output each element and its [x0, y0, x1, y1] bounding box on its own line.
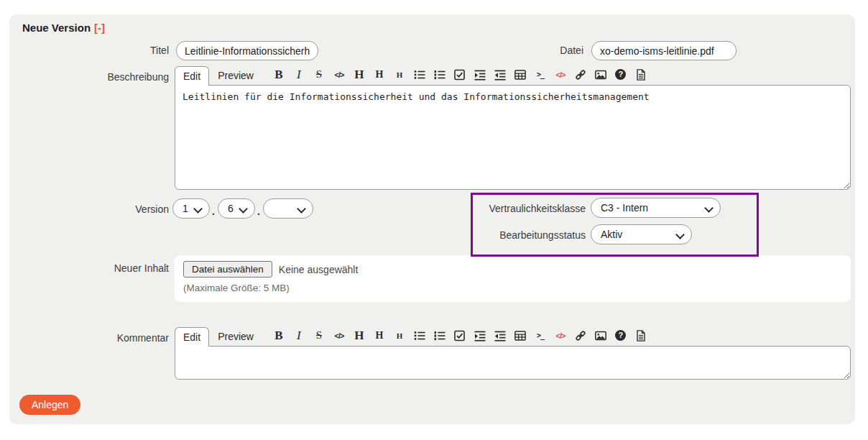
vertraulichkeitsklasse-label: Vertraulichkeitsklasse — [426, 203, 586, 214]
tab-edit[interactable]: Edit — [175, 327, 209, 347]
heading-small-icon[interactable]: H — [393, 329, 406, 342]
heading-small-icon[interactable]: H — [393, 68, 406, 81]
help-icon[interactable]: ? — [614, 68, 627, 81]
titel-input[interactable] — [176, 41, 318, 60]
beschreibung-textarea[interactable]: Leitlinien für die Informationssicherhei… — [175, 85, 851, 190]
strikethrough-icon[interactable]: S — [313, 329, 326, 342]
heading-big-icon[interactable]: H — [353, 68, 366, 81]
version-label: Version — [9, 203, 169, 215]
task-list-icon[interactable] — [453, 329, 466, 342]
code-icon[interactable]: </> — [333, 68, 346, 81]
version-major-select[interactable]: 1 — [172, 198, 210, 219]
version-patch-select[interactable] — [263, 198, 313, 219]
unordered-list-icon[interactable] — [413, 329, 426, 342]
markdown-toolbar: B I S </> H H H >_ </> ? — [272, 326, 647, 347]
chevron-down-icon — [704, 203, 714, 213]
chevron-down-icon — [193, 204, 203, 214]
image-icon[interactable] — [594, 329, 607, 342]
terminal-icon[interactable]: >_ — [534, 68, 547, 81]
code-block-icon[interactable]: </> — [554, 329, 567, 342]
italic-icon[interactable]: I — [292, 329, 305, 342]
titel-label: Titel — [9, 45, 169, 56]
bearbeitungsstatus-select[interactable]: Aktiv — [591, 224, 692, 244]
beschreibung-editor-toolbar: Edit Preview B I S </> H H H >_ </> ? — [175, 66, 647, 86]
table-icon[interactable] — [514, 329, 527, 342]
version-dot: . — [212, 206, 215, 217]
neue-version-panel: Neue Version[-] Titel Datei Beschreibung… — [9, 14, 855, 424]
datei-label: Datei — [424, 45, 583, 56]
tab-preview[interactable]: Preview — [209, 327, 262, 347]
table-icon[interactable] — [514, 68, 527, 81]
tab-preview[interactable]: Preview — [209, 66, 262, 86]
help-icon[interactable]: ? — [614, 329, 627, 342]
kommentar-label: Kommentar — [9, 332, 169, 344]
kommentar-textarea[interactable] — [175, 346, 851, 380]
task-list-icon[interactable] — [453, 68, 466, 81]
panel-title-text: Neue Version — [22, 22, 91, 34]
file-status-text: Keine ausgewählt — [279, 264, 359, 275]
kommentar-editor-toolbar: Edit Preview B I S </> H H H >_ </> ? — [175, 327, 647, 347]
indent-icon[interactable] — [474, 68, 486, 81]
anlegen-button[interactable]: Anlegen — [19, 395, 80, 415]
ordered-list-icon[interactable] — [433, 68, 446, 81]
bold-icon[interactable]: B — [272, 68, 285, 81]
code-icon[interactable]: </> — [333, 329, 346, 342]
heading-medium-icon[interactable]: H — [373, 68, 386, 81]
outdent-icon[interactable] — [494, 329, 507, 342]
outdent-icon[interactable] — [494, 68, 507, 81]
terminal-icon[interactable]: >_ — [534, 329, 547, 342]
bold-icon[interactable]: B — [272, 329, 285, 342]
file-size-hint: (Maximale Größe: 5 MB) — [183, 283, 842, 293]
beschreibung-label: Beschreibung — [9, 71, 169, 83]
document-icon[interactable] — [634, 329, 647, 342]
datei-input[interactable] — [591, 41, 737, 60]
image-icon[interactable] — [594, 68, 607, 81]
collapse-toggle[interactable]: [-] — [94, 22, 105, 34]
strikethrough-icon[interactable]: S — [313, 68, 326, 81]
ordered-list-icon[interactable] — [433, 329, 446, 342]
document-icon[interactable] — [634, 68, 647, 81]
file-upload-card: Datei auswählen Keine ausgewählt (Maxima… — [175, 255, 851, 302]
bearbeitungsstatus-label: Bearbeitungsstatus — [426, 229, 586, 241]
heading-medium-icon[interactable]: H — [373, 329, 386, 342]
version-minor-select[interactable]: 6 — [218, 198, 255, 219]
vertraulichkeitsklasse-select[interactable]: C3 - Intern — [591, 198, 721, 218]
chevron-down-icon — [297, 204, 306, 214]
neuer-inhalt-label: Neuer Inhalt — [9, 262, 169, 274]
code-block-icon[interactable]: </> — [554, 68, 567, 81]
chevron-down-icon — [239, 204, 248, 214]
panel-title: Neue Version[-] — [22, 22, 105, 34]
italic-icon[interactable]: I — [292, 68, 305, 81]
chevron-down-icon — [675, 230, 685, 239]
tab-edit[interactable]: Edit — [175, 66, 209, 86]
unordered-list-icon[interactable] — [413, 68, 426, 81]
markdown-toolbar: B I S </> H H H >_ </> ? — [272, 65, 647, 86]
link-icon[interactable] — [574, 68, 587, 81]
heading-big-icon[interactable]: H — [353, 329, 366, 342]
file-choose-button[interactable]: Datei auswählen — [183, 261, 272, 278]
indent-icon[interactable] — [474, 329, 486, 342]
link-icon[interactable] — [574, 329, 587, 342]
version-dot: . — [257, 206, 260, 217]
